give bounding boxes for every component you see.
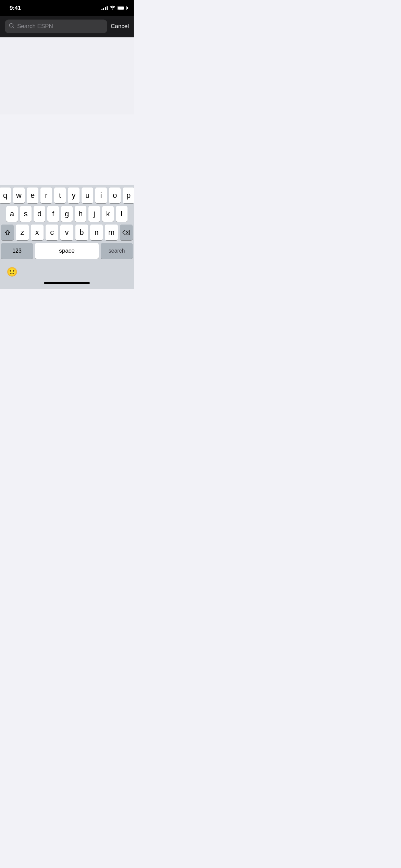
delete-key[interactable] [120, 225, 133, 240]
key-q[interactable]: q [0, 188, 11, 203]
key-s[interactable]: s [20, 206, 32, 222]
key-d[interactable]: d [34, 206, 45, 222]
key-t[interactable]: t [54, 188, 66, 203]
key-p[interactable]: p [123, 188, 134, 203]
keyboard-bottom-area: 🙂 [1, 262, 133, 279]
search-bar[interactable] [5, 20, 107, 33]
key-x[interactable]: x [31, 225, 44, 240]
key-g[interactable]: g [61, 206, 73, 222]
status-time: 9:41 [10, 5, 21, 12]
key-e[interactable]: e [27, 188, 38, 203]
key-h[interactable]: h [75, 206, 86, 222]
keyboard-row-2: a s d f g h j k l [1, 206, 133, 222]
cancel-button[interactable]: Cancel [111, 22, 129, 31]
key-n[interactable]: n [90, 225, 103, 240]
numbers-key[interactable]: 123 [1, 243, 33, 259]
keyboard-row-4: 123 space search [1, 243, 133, 259]
keyboard: q w e r t y u i o p a s d f g h j k l z … [0, 185, 134, 289]
key-m[interactable]: m [105, 225, 118, 240]
key-r[interactable]: r [40, 188, 52, 203]
key-k[interactable]: k [102, 206, 114, 222]
key-z[interactable]: z [16, 225, 28, 240]
space-key[interactable]: space [35, 243, 99, 259]
key-o[interactable]: o [109, 188, 121, 203]
key-l[interactable]: l [116, 206, 127, 222]
svg-line-1 [13, 27, 14, 28]
key-a[interactable]: a [6, 206, 18, 222]
key-u[interactable]: u [82, 188, 93, 203]
status-icons [101, 5, 127, 11]
status-bar: 9:41 [0, 0, 134, 16]
key-i[interactable]: i [95, 188, 107, 203]
keyboard-row-1: q w e r t y u i o p [1, 188, 133, 203]
emoji-button[interactable]: 🙂 [7, 267, 17, 277]
key-j[interactable]: j [88, 206, 100, 222]
wifi-icon [110, 5, 116, 11]
key-y[interactable]: y [68, 188, 80, 203]
search-header: Cancel [0, 16, 134, 37]
key-v[interactable]: v [60, 225, 73, 240]
battery-icon [118, 6, 127, 10]
home-indicator [44, 282, 90, 284]
search-input[interactable] [17, 23, 103, 30]
search-icon [9, 23, 14, 30]
search-key[interactable]: search [101, 243, 133, 259]
key-w[interactable]: w [13, 188, 25, 203]
key-f[interactable]: f [47, 206, 59, 222]
shift-key[interactable] [1, 225, 14, 240]
signal-bars-icon [101, 6, 108, 10]
key-b[interactable]: b [75, 225, 88, 240]
main-content [0, 37, 134, 114]
keyboard-row-3: z x c v b n m [1, 225, 133, 240]
home-indicator-row [1, 279, 133, 289]
key-c[interactable]: c [46, 225, 58, 240]
